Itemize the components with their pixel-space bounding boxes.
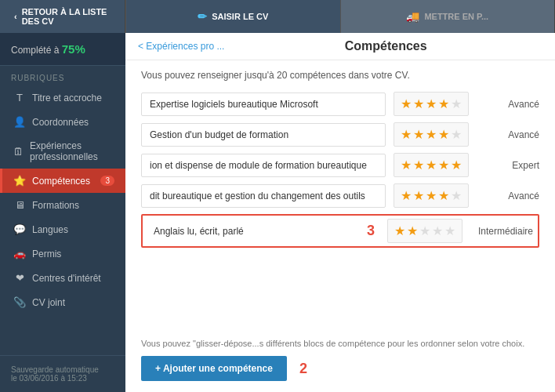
level-label-1: Avancé bbox=[477, 99, 539, 110]
sidebar-item-label: Permis bbox=[32, 249, 61, 260]
competence-input-4[interactable] bbox=[141, 184, 386, 208]
competences-icon: ⭐ bbox=[13, 175, 26, 187]
add-competence-button[interactable]: + Ajouter une compétence bbox=[141, 356, 287, 381]
competence-row-3: ★ ★ ★ ★ ★ Expert bbox=[141, 153, 539, 177]
star-2-2[interactable]: ★ bbox=[413, 127, 424, 142]
sidebar-item-label: Coordonnées bbox=[32, 117, 89, 128]
cv-joint-icon: 📎 bbox=[13, 296, 26, 308]
level-label-5: Intermédiaire bbox=[470, 226, 533, 237]
truck-icon: 🚚 bbox=[406, 10, 419, 23]
sidebar-item-coordonnees[interactable]: 👤 Coordonnées bbox=[0, 110, 125, 134]
mettre-en-page-button[interactable]: 🚚 METTRE EN P... bbox=[341, 0, 556, 33]
level-label-2: Avancé bbox=[477, 129, 539, 140]
saisir-cv-button[interactable]: ✏ SAISIR LE CV bbox=[125, 0, 341, 33]
centres-icon: ❤ bbox=[13, 272, 26, 284]
sidebar-item-label: Centres d'intérêt bbox=[32, 273, 101, 284]
sidebar-item-cv-joint[interactable]: 📎 CV joint bbox=[0, 290, 125, 314]
chevron-left-nav-icon: ‹ bbox=[14, 12, 17, 21]
completion-percent: 75% bbox=[62, 42, 85, 56]
completion-indicator: Complété à 75% bbox=[0, 33, 125, 66]
competence-row-2: ★ ★ ★ ★ ★ Avancé bbox=[141, 122, 539, 147]
sidebar-item-label: CV joint bbox=[32, 297, 65, 308]
completion-label: Complété à bbox=[11, 45, 59, 56]
star-5-1[interactable]: ★ bbox=[394, 223, 405, 238]
competence-row-1: ★ ★ ★ ★ ★ Avancé bbox=[141, 92, 539, 116]
sidebar-item-label: Langues bbox=[32, 224, 68, 235]
autosave-label: Sauvegarde automatiquele 03/06/2016 à 15… bbox=[11, 365, 99, 383]
stars-4[interactable]: ★ ★ ★ ★ ★ bbox=[394, 183, 469, 208]
competence-row-4: ★ ★ ★ ★ ★ Avancé bbox=[141, 183, 539, 208]
star-3-4[interactable]: ★ bbox=[438, 158, 449, 172]
breadcrumb-bar: < Expériences pro ... Compétences bbox=[125, 33, 555, 60]
back-to-list-button[interactable]: ‹ RETOUR À LA LISTE DES CV bbox=[0, 0, 125, 33]
sidebar-item-centres[interactable]: ❤ Centres d'intérêt bbox=[0, 266, 125, 290]
page-title: Compétences bbox=[229, 39, 542, 53]
top-navigation: ‹ RETOUR À LA LISTE DES CV ✏ SAISIR LE C… bbox=[0, 0, 555, 33]
sidebar-item-competences[interactable]: ⭐ Compétences 3 bbox=[0, 169, 125, 193]
sidebar: Complété à 75% RUBRIQUES T Titre et accr… bbox=[0, 33, 125, 392]
rubriques-label: RUBRIQUES bbox=[0, 66, 125, 85]
sidebar-item-label: Titre et accroche bbox=[32, 93, 102, 103]
star-1-4[interactable]: ★ bbox=[438, 96, 449, 111]
competences-body: Vous pouvez renseigner jusqu'à 20 compét… bbox=[125, 60, 555, 332]
sidebar-item-experiences[interactable]: 🗓 Expériences professionnelles bbox=[0, 134, 125, 169]
star-5-2[interactable]: ★ bbox=[407, 223, 418, 238]
sidebar-item-label: Expériences professionnelles bbox=[30, 140, 114, 162]
autosave-text: Sauvegarde automatiquele 03/06/2016 à 15… bbox=[0, 355, 125, 392]
permis-icon: 🚗 bbox=[13, 248, 26, 260]
coordonnees-icon: 👤 bbox=[13, 116, 26, 128]
star-3-5[interactable]: ★ bbox=[451, 158, 462, 172]
competence-row-5-highlighted: 3 ★ ★ ★ ★ ★ Intermédiaire bbox=[141, 214, 539, 248]
formations-icon: 🖥 bbox=[13, 199, 26, 211]
star-4-3[interactable]: ★ bbox=[426, 188, 437, 203]
annotation-3: 3 bbox=[367, 223, 375, 239]
star-2-4[interactable]: ★ bbox=[438, 127, 449, 142]
experiences-icon: 🗓 bbox=[13, 146, 24, 158]
stars-5[interactable]: ★ ★ ★ ★ ★ bbox=[387, 219, 462, 243]
star-4-4[interactable]: ★ bbox=[438, 188, 449, 203]
pencil-icon: ✏ bbox=[198, 10, 207, 23]
competence-input-1[interactable] bbox=[141, 93, 386, 116]
competence-input-2[interactable] bbox=[141, 123, 386, 147]
level-label-3: Expert bbox=[477, 160, 539, 171]
stars-1[interactable]: ★ ★ ★ ★ ★ bbox=[394, 92, 469, 116]
star-5-4[interactable]: ★ bbox=[432, 223, 443, 238]
sidebar-item-formations[interactable]: 🖥 Formations bbox=[0, 193, 125, 217]
competences-badge: 3 bbox=[100, 176, 114, 186]
competence-input-3[interactable] bbox=[141, 154, 386, 177]
stars-2[interactable]: ★ ★ ★ ★ ★ bbox=[394, 122, 469, 147]
star-2-1[interactable]: ★ bbox=[401, 127, 412, 142]
star-1-5[interactable]: ★ bbox=[451, 96, 462, 111]
saisir-label: SAISIR LE CV bbox=[212, 12, 268, 21]
star-3-3[interactable]: ★ bbox=[426, 158, 437, 172]
main-layout: Complété à 75% RUBRIQUES T Titre et accr… bbox=[0, 33, 555, 392]
star-5-3[interactable]: ★ bbox=[419, 223, 430, 238]
star-5-5[interactable]: ★ bbox=[444, 223, 455, 238]
sidebar-item-label: Compétences bbox=[32, 176, 90, 187]
sidebar-item-langues[interactable]: 💬 Langues bbox=[0, 217, 125, 241]
star-2-3[interactable]: ★ bbox=[426, 127, 437, 142]
competence-input-5[interactable] bbox=[147, 222, 354, 241]
drag-drop-text: Vous pouvez "glisser-dépose...s différen… bbox=[141, 339, 539, 348]
mettre-label: METTRE EN P... bbox=[424, 12, 488, 21]
sidebar-item-label: Formations bbox=[32, 200, 79, 211]
star-1-2[interactable]: ★ bbox=[413, 96, 424, 111]
info-text: Vous pouvez renseigner jusqu'à 20 compét… bbox=[141, 70, 539, 81]
langues-icon: 💬 bbox=[13, 223, 26, 235]
breadcrumb-back-link[interactable]: < Expériences pro ... bbox=[138, 41, 224, 52]
sidebar-item-permis[interactable]: 🚗 Permis bbox=[0, 241, 125, 266]
star-3-1[interactable]: ★ bbox=[401, 158, 412, 172]
sidebar-item-titre[interactable]: T Titre et accroche bbox=[0, 85, 125, 110]
annotation-2: 2 bbox=[299, 361, 307, 377]
content-area: < Expériences pro ... Compétences Vous p… bbox=[125, 33, 555, 392]
star-3-2[interactable]: ★ bbox=[413, 158, 424, 172]
star-2-5[interactable]: ★ bbox=[451, 127, 462, 142]
star-1-1[interactable]: ★ bbox=[401, 96, 412, 111]
star-4-1[interactable]: ★ bbox=[401, 188, 412, 203]
star-4-5[interactable]: ★ bbox=[451, 188, 462, 203]
bottom-section: Vous pouvez "glisser-dépose...s différen… bbox=[125, 332, 555, 392]
back-label: RETOUR À LA LISTE DES CV bbox=[22, 7, 111, 26]
star-1-3[interactable]: ★ bbox=[426, 96, 437, 111]
stars-3[interactable]: ★ ★ ★ ★ ★ bbox=[394, 153, 469, 177]
star-4-2[interactable]: ★ bbox=[413, 188, 424, 203]
